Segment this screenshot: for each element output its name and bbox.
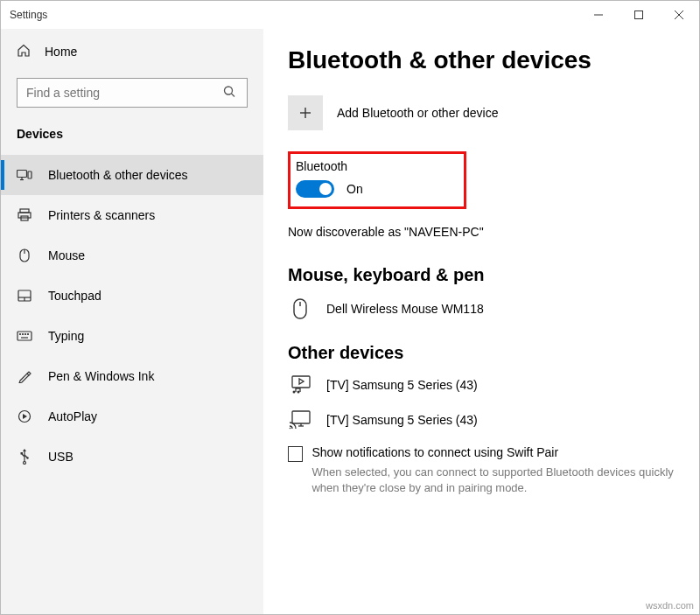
search-input[interactable]	[17, 78, 248, 108]
devices-icon	[17, 169, 32, 181]
touchpad-icon	[17, 290, 32, 302]
settings-window: Settings Home	[0, 0, 700, 615]
svg-point-20	[23, 334, 24, 335]
device-label: [TV] Samsung 5 Series (43)	[326, 413, 478, 427]
home-icon	[17, 44, 31, 60]
sidebar-item-label: Bluetooth & other devices	[48, 168, 188, 182]
home-nav[interactable]: Home	[1, 34, 263, 69]
svg-point-4	[225, 87, 233, 94]
svg-rect-39	[292, 411, 310, 423]
watermark: wsxdn.com	[646, 600, 694, 611]
sidebar-item-label: Printers & scanners	[48, 208, 155, 222]
svg-line-5	[232, 94, 235, 97]
tv-media-icon	[288, 375, 312, 395]
svg-rect-6	[18, 171, 27, 178]
sidebar-item-pen[interactable]: Pen & Windows Ink	[1, 356, 263, 396]
plus-icon	[288, 95, 323, 130]
swift-pair-description: When selected, you can connect to suppor…	[312, 465, 675, 495]
bluetooth-label: Bluetooth	[296, 159, 363, 173]
device-label: Dell Wireless Mouse WM118	[326, 302, 484, 316]
swift-pair-row: Show notifications to connect using Swif…	[288, 445, 675, 495]
tv-cast-icon	[288, 410, 312, 430]
maximize-icon	[634, 10, 643, 19]
svg-rect-18	[18, 332, 32, 340]
bluetooth-toggle-row: On	[296, 180, 363, 198]
close-button[interactable]	[659, 1, 699, 29]
maximize-button[interactable]	[619, 1, 659, 29]
swift-pair-checkbox[interactable]	[288, 446, 303, 462]
swift-pair-text: Show notifications to connect using Swif…	[312, 445, 675, 495]
svg-rect-10	[20, 209, 29, 213]
sidebar: Home Devices Bluetooth & other devices	[1, 29, 263, 614]
minimize-icon	[594, 10, 603, 19]
home-label: Home	[45, 45, 77, 59]
sidebar-item-touchpad[interactable]: Touchpad	[1, 276, 263, 316]
section-mouse-keyboard-pen: Mouse, keyboard & pen	[288, 265, 675, 285]
sidebar-item-label: Pen & Windows Ink	[48, 369, 154, 383]
svg-marker-36	[299, 379, 304, 384]
svg-point-22	[28, 334, 29, 335]
toggle-knob	[319, 183, 332, 195]
svg-marker-25	[23, 414, 27, 419]
device-item[interactable]: [TV] Samsung 5 Series (43)	[288, 410, 675, 430]
sidebar-item-printers[interactable]: Printers & scanners	[1, 195, 263, 235]
svg-rect-11	[18, 213, 31, 218]
sidebar-item-label: AutoPlay	[48, 409, 97, 423]
svg-point-21	[25, 334, 26, 335]
category-header: Devices	[1, 113, 263, 150]
mouse-icon	[17, 248, 32, 262]
add-device-label: Add Bluetooth or other device	[337, 106, 498, 120]
sidebar-item-label: USB	[48, 450, 74, 464]
sidebar-item-label: Typing	[48, 329, 84, 343]
search-wrap	[17, 78, 248, 108]
device-label: [TV] Samsung 5 Series (43)	[326, 378, 478, 392]
svg-rect-29	[21, 452, 24, 455]
svg-point-38	[298, 391, 300, 394]
svg-marker-28	[23, 449, 26, 451]
bluetooth-toggle[interactable]	[296, 180, 334, 198]
titlebar: Settings	[1, 1, 699, 29]
add-device-button[interactable]: Add Bluetooth or other device	[288, 95, 675, 130]
sidebar-item-mouse[interactable]: Mouse	[1, 235, 263, 276]
section-other-devices: Other devices	[288, 343, 675, 363]
svg-point-30	[26, 457, 28, 458]
svg-point-27	[24, 462, 26, 465]
svg-rect-1	[635, 11, 643, 19]
content: Bluetooth & other devices Add Bluetooth …	[263, 29, 699, 614]
keyboard-icon	[17, 331, 32, 341]
svg-point-42	[290, 428, 291, 430]
swift-pair-label: Show notifications to connect using Swif…	[312, 445, 675, 459]
close-icon	[675, 10, 683, 19]
svg-rect-9	[28, 171, 32, 178]
sidebar-item-label: Touchpad	[48, 289, 102, 303]
svg-point-37	[293, 391, 296, 394]
bluetooth-section-highlight: Bluetooth On	[288, 151, 466, 209]
device-item[interactable]: [TV] Samsung 5 Series (43)	[288, 375, 675, 395]
sidebar-item-autoplay[interactable]: AutoPlay	[1, 396, 263, 437]
sidebar-item-label: Mouse	[48, 248, 85, 262]
window-controls	[578, 1, 699, 29]
app-body: Home Devices Bluetooth & other devices	[1, 29, 699, 614]
search-icon	[223, 86, 235, 101]
nav-list: Bluetooth & other devices Printers & sca…	[1, 150, 263, 477]
svg-rect-35	[292, 376, 310, 388]
svg-point-19	[20, 334, 21, 335]
autoplay-icon	[17, 409, 32, 423]
sidebar-item-usb[interactable]: USB	[1, 437, 263, 477]
sidebar-item-typing[interactable]: Typing	[1, 316, 263, 356]
usb-icon	[17, 449, 32, 465]
sidebar-item-bluetooth[interactable]: Bluetooth & other devices	[1, 155, 263, 195]
minimize-button[interactable]	[578, 1, 619, 29]
pen-icon	[17, 369, 32, 383]
device-item[interactable]: Dell Wireless Mouse WM118	[288, 297, 675, 320]
discoverable-text: Now discoverable as "NAVEEN-PC"	[288, 225, 675, 239]
bluetooth-state: On	[346, 182, 363, 196]
mouse-icon	[288, 297, 312, 320]
printer-icon	[17, 208, 32, 222]
app-title: Settings	[10, 9, 47, 21]
page-title: Bluetooth & other devices	[288, 46, 675, 74]
